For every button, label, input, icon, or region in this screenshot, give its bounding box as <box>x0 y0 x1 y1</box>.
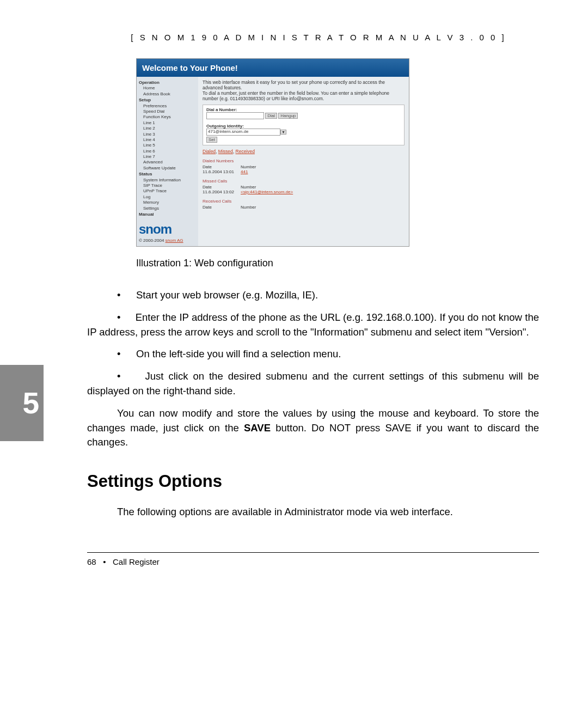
cell-date: 11.6.2004 13:01 <box>203 169 241 174</box>
col-number: Number <box>241 185 256 190</box>
cell-date: 11.6.2004 13:02 <box>203 190 241 194</box>
sidebar-item: Home <box>139 86 196 91</box>
sidebar-item: Function Keys <box>139 114 196 120</box>
bullet-3: On the left-side you will find a selecti… <box>136 348 341 359</box>
sidebar-item: Software Update <box>139 166 196 171</box>
col-number: Number <box>241 205 256 210</box>
sidebar-item: Advanced <box>139 160 196 165</box>
sidebar-item: Line 3 <box>139 132 196 137</box>
sidebar-item: Settings <box>139 206 196 211</box>
sidebar-item: Memory <box>139 200 196 205</box>
body-content: •Start your web browser (e.g. Mozilla, I… <box>87 288 539 450</box>
sidebar-item: Line 5 <box>139 143 196 148</box>
sidebar-item: Address Book <box>139 91 196 97</box>
page-footer: 68 • Call Register <box>87 552 539 566</box>
sidebar-item: Preferences <box>139 103 196 109</box>
sidebar-item: Log <box>139 194 196 200</box>
dial-label: Dial a Number: <box>206 107 237 112</box>
snom-ag-link: snom AG <box>166 238 183 243</box>
cell-number: 441 <box>241 169 248 174</box>
bullet-1: Start your web browser (e.g. Mozilla, IE… <box>136 289 318 301</box>
dial-button: Dial <box>265 113 277 119</box>
sidebar-item: Line 1 <box>139 120 196 126</box>
intro-text: This web interface makes it easy for you… <box>203 80 405 90</box>
page-number: 68 <box>87 557 96 566</box>
sidebar-item: System Information <box>139 178 196 183</box>
bullet-4a: Just click on the desired submenu and th… <box>145 370 429 382</box>
sidebar-item: Line 2 <box>139 126 196 131</box>
dialed-heading: Dialed Numbers <box>203 158 405 163</box>
sidebar-item: Line 7 <box>139 154 196 160</box>
col-date: Date <box>203 164 241 169</box>
col-number: Number <box>241 164 256 169</box>
copyright-text: © 2000-2004 snom AG <box>139 238 196 243</box>
screenshot-title: Welcome to Your Phone! <box>137 59 409 77</box>
sidebar-item: SIP Trace <box>139 183 196 188</box>
sidebar-item: UPnP Trace <box>139 188 196 194</box>
dial-input <box>206 112 264 119</box>
received-heading: Received Calls <box>203 199 405 204</box>
call-links: Dialed, Missed, Received <box>203 149 405 154</box>
identity-label: Outgoing Identity: <box>206 124 244 129</box>
sidebar-heading: Operation <box>139 80 196 86</box>
col-date: Date <box>203 205 241 210</box>
web-config-screenshot: Welcome to Your Phone! Operation Home Ad… <box>136 58 409 247</box>
snom-logo: snom <box>139 221 196 237</box>
chapter-number-tab: 5 <box>0 365 44 441</box>
set-button: Set <box>206 137 217 143</box>
screenshot-main: This web interface makes it easy for you… <box>198 77 409 246</box>
col-date: Date <box>203 185 241 190</box>
intro-text: To dial a number, just enter the number … <box>203 90 405 101</box>
page-header: [ S N O M 1 9 0 A D M I N I S T R A T O … <box>98 33 539 42</box>
sidebar-heading: Setup <box>139 97 196 103</box>
sidebar-heading: Manual <box>139 212 196 217</box>
screenshot-sidebar: Operation Home Address Book Setup Prefer… <box>137 77 198 246</box>
cell-number: <sip:441@intern.snom.de> <box>241 190 293 194</box>
sidebar-item: Speed Dial <box>139 109 196 114</box>
settings-options-heading: Settings Options <box>87 472 539 491</box>
hangup-button: Hangup <box>278 113 298 119</box>
bullet-2a: Enter the IP address of the phone as the… <box>136 312 366 323</box>
footer-section: Call Register <box>113 557 160 566</box>
identity-select: 471@intern.snom.de <box>206 129 280 136</box>
sidebar-item: Line 4 <box>139 137 196 143</box>
missed-heading: Missed Calls <box>203 179 405 184</box>
sidebar-item: Line 6 <box>139 149 196 154</box>
illustration-caption: Illustration 1: Web configuration <box>136 258 539 269</box>
para-options: The following options are available in A… <box>87 505 539 520</box>
dial-panel: Dial a Number: Dial Hangup Outgoing Iden… <box>203 105 405 145</box>
sidebar-heading: Status <box>139 172 196 177</box>
save-emphasis: SAVE <box>244 422 271 434</box>
